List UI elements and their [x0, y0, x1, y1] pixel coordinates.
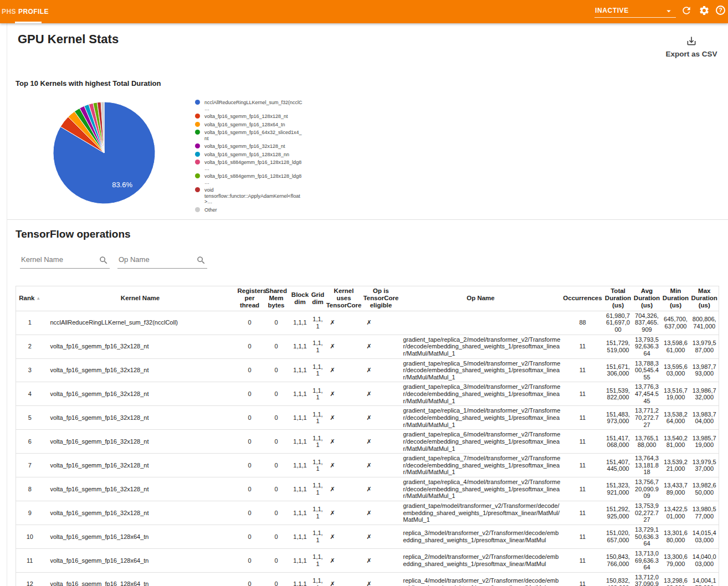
cell-block-dim: 1,1,1: [290, 501, 310, 525]
cell-block-dim: 1,1,1: [290, 572, 310, 586]
tab-profile[interactable]: PROFILE: [18, 8, 49, 16]
cell-registers-per-thread: 0: [237, 548, 263, 572]
cell-total-duration: 151,323,921,000: [604, 477, 633, 501]
cell-op-name: gradient_tape/replica_3/model/transforme…: [400, 382, 562, 406]
col-header-total-duration[interactable]: Total Duration (us): [604, 286, 633, 311]
cell-kernel-uses-tensorcore: ✗: [326, 382, 362, 406]
cell-kernel-name: volta_fp16_sgemm_fp16_32x128_nt: [44, 382, 237, 406]
search-icon[interactable]: [99, 255, 109, 265]
search-icon[interactable]: [196, 255, 206, 265]
cell-shared-mem-bytes: 0: [263, 477, 290, 501]
cell-occurrences: 11: [562, 335, 604, 358]
col-header-grid-dim[interactable]: Grid dim: [310, 286, 326, 311]
pie-legend: ncclAllReduceRingLLKernel_sum_f32(ncclC……: [195, 100, 303, 215]
kernel-duration-pie-chart[interactable]: 83.6%: [52, 100, 157, 205]
col-header-occurrences[interactable]: Occurrences: [562, 286, 604, 311]
legend-item: volta_fp16_sgemm_fp16_128x128_nn: [195, 152, 303, 158]
cell-avg-duration: 13,771,270,272.727: [633, 406, 662, 430]
cell-rank: 8: [16, 477, 44, 501]
legend-swatch: [195, 160, 200, 165]
col-header-min-duration[interactable]: Min Duration (us): [662, 286, 690, 311]
cell-min-duration: 13,298,622,000: [662, 572, 690, 586]
col-header-rank[interactable]: Rank▲: [16, 286, 44, 311]
cell-occurrences: 11: [562, 548, 604, 572]
cell-registers-per-thread: 0: [237, 525, 263, 548]
legend-swatch: [195, 143, 200, 148]
tab-graphs-partial[interactable]: PHS: [2, 8, 16, 16]
cell-min-duration: 13,422,501,000: [662, 501, 690, 525]
cell-kernel-uses-tensorcore: ✗: [326, 548, 362, 572]
op-name-filter[interactable]: [117, 252, 207, 270]
export-as-csv-label: Export as CSV: [664, 50, 719, 58]
legend-label: volta_fp16_sgemm_fp16_32x128_nt: [204, 143, 285, 150]
cell-rank: 3: [16, 358, 44, 382]
col-header-op-is-tensorcore-eligible[interactable]: Op is TensorCore eligible: [362, 286, 400, 311]
run-status-select[interactable]: INACTIVE: [594, 3, 676, 18]
table-row: 4volta_fp16_sgemm_fp16_32x128_nt001,1,11…: [16, 382, 719, 406]
ops-table: Rank▲Kernel NameRegisters per threadShar…: [16, 286, 719, 586]
cell-occurrences: 88: [562, 311, 604, 335]
operations-title: TensorFlow operations: [16, 228, 131, 240]
legend-swatch: [195, 122, 200, 127]
cell-max-duration: 13,982,650,000: [690, 477, 719, 501]
cell-op-name: gradient_tape/replica_5/model/transforme…: [400, 358, 562, 382]
export-as-csv-button[interactable]: Export as CSV: [664, 35, 719, 58]
col-header-shared-mem-bytes[interactable]: Shared Mem bytes: [263, 286, 290, 311]
cell-kernel-name: volta_fp16_sgemm_fp16_128x64_tn: [44, 525, 237, 548]
cell-occurrences: 11: [562, 525, 604, 548]
cell-block-dim: 1,1,1: [290, 525, 310, 548]
chart-heading: Top 10 Kernels with highest Total Durati…: [16, 79, 161, 88]
legend-label: ncclAllReduceRingLLKernel_sum_f32(ncclC…: [204, 100, 303, 111]
op-name-input[interactable]: [117, 252, 207, 269]
cell-op-is-tensorcore-eligible: ✗: [362, 501, 400, 525]
cell-registers-per-thread: 0: [237, 406, 263, 430]
table-row: 8volta_fp16_sgemm_fp16_32x128_nt001,1,11…: [16, 477, 719, 501]
legend-item: volta_fp16_sgemm_fp16_128x128_nt: [195, 114, 303, 120]
table-row: 6volta_fp16_sgemm_fp16_32x128_nt001,1,11…: [16, 430, 719, 454]
top-toolbar: PHS PROFILE INACTIVE ?: [0, 0, 728, 23]
cell-min-duration: 13,595,603,000: [662, 358, 690, 382]
cell-grid-dim: 1,1,1: [310, 477, 326, 501]
col-header-block-dim[interactable]: Block dim: [290, 286, 310, 311]
help-icon[interactable]: ?: [716, 6, 725, 15]
gear-icon[interactable]: [699, 5, 710, 16]
cell-max-duration: 800,806,741,000: [690, 311, 719, 335]
cell-total-duration: 151,417,068,000: [604, 430, 633, 454]
col-header-avg-duration[interactable]: Avg Duration (us): [633, 286, 662, 311]
cell-avg-duration: 13,765,188,000: [633, 430, 662, 454]
legend-swatch: [195, 152, 200, 157]
cell-registers-per-thread: 0: [237, 454, 263, 477]
legend-item: volta_fp16_s884gemm_fp16_128x128_ldg8…: [195, 160, 303, 171]
table-row: 9volta_fp16_sgemm_fp16_32x128_nt001,1,11…: [16, 501, 719, 525]
cell-occurrences: 11: [562, 430, 604, 454]
kernel-name-filter[interactable]: [20, 252, 110, 270]
col-header-kernel-name[interactable]: Kernel Name: [44, 286, 237, 311]
legend-swatch: [195, 173, 200, 178]
cell-total-duration: 151,483,973,000: [604, 406, 633, 430]
refresh-icon[interactable]: [681, 5, 692, 16]
col-header-registers-per-thread[interactable]: Registers per thread: [237, 286, 263, 311]
left-border-rule: [7, 23, 7, 586]
cell-grid-dim: 1,1,1: [310, 572, 326, 586]
cell-op-is-tensorcore-eligible: ✗: [362, 548, 400, 572]
kernel-name-input[interactable]: [20, 252, 110, 269]
col-header-max-duration[interactable]: Max Duration (us): [690, 286, 719, 311]
cell-kernel-uses-tensorcore: ✗: [326, 358, 362, 382]
cell-block-dim: 1,1,1: [290, 382, 310, 406]
cell-op-name: replica_3/model/transformer_v2/Transform…: [400, 525, 562, 548]
cell-block-dim: 1,1,1: [290, 548, 310, 572]
pie-slice-label: 83.6%: [112, 181, 132, 189]
cell-op-is-tensorcore-eligible: ✗: [362, 454, 400, 477]
cell-max-duration: 14,004,155,000: [690, 572, 719, 586]
table-row: 2volta_fp16_sgemm_fp16_32x128_nt001,1,11…: [16, 335, 719, 358]
col-header-kernel-uses-tensorcore[interactable]: Kernel uses TensorCore: [326, 286, 362, 311]
cell-total-duration: 151,407,445,000: [604, 454, 633, 477]
col-header-op-name[interactable]: Op Name: [400, 286, 562, 311]
cell-block-dim: 1,1,1: [290, 477, 310, 501]
cell-shared-mem-bytes: 0: [263, 406, 290, 430]
cell-kernel-name: volta_fp16_sgemm_fp16_32x128_nt: [44, 501, 237, 525]
legend-label: volta_fp16_sgemm_fp16_64x32_sliced1x4_nt: [204, 130, 303, 141]
cell-op-name: gradient_tape/model/transformer_v2/Trans…: [400, 501, 562, 525]
cell-occurrences: 11: [562, 477, 604, 501]
cell-kernel-name: ncclAllReduceRingLLKernel_sum_f32(ncclCo…: [44, 311, 237, 335]
